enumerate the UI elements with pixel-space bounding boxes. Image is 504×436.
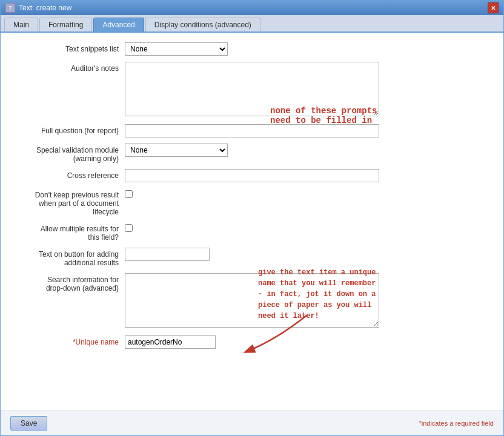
tab-display-conditions[interactable]: Display conditions (advanced) <box>145 18 260 31</box>
allow-multiple-row: Allow multiple results forthis field? <box>13 222 491 242</box>
search-info-label: Search information fordrop-down (advance… <box>13 273 125 292</box>
cross-reference-input[interactable] <box>125 169 379 182</box>
tab-advanced[interactable]: Advanced <box>93 18 144 31</box>
cross-reference-label: Cross reference <box>13 169 125 180</box>
text-on-button-label: Text on button for addingadditional resu… <box>13 248 125 267</box>
unique-name-row: *Unique name <box>13 335 491 349</box>
full-question-control: none of these promptsneed to be filled i… <box>125 124 491 137</box>
special-validation-select[interactable]: None <box>125 144 228 157</box>
allow-multiple-control <box>125 222 491 234</box>
text-on-button-control <box>125 248 491 261</box>
unique-name-input[interactable] <box>125 335 216 349</box>
unique-name-control <box>125 335 491 349</box>
text-snippets-label: Text snippets list <box>13 42 125 53</box>
save-button[interactable]: Save <box>10 416 47 431</box>
dont-keep-label: Don't keep previous resultwhen part of a… <box>13 188 125 216</box>
cross-reference-row: Cross reference <box>13 169 491 182</box>
search-info-row: Search information fordrop-down (advance… <box>13 273 491 329</box>
text-snippets-control: None <box>125 42 491 56</box>
unique-name-label: *Unique name <box>13 335 125 346</box>
text-snippets-select[interactable]: None <box>125 42 228 56</box>
window-title: Text: create new <box>19 4 71 12</box>
dont-keep-control <box>125 188 491 200</box>
form-content: Text snippets list None Auditor's notes … <box>1 33 503 411</box>
title-bar: T Text: create new ✕ <box>1 1 503 15</box>
search-info-control: give the text item a uniquename that you… <box>125 273 491 329</box>
text-on-button-input[interactable] <box>125 248 210 261</box>
text-on-button-row: Text on button for addingadditional resu… <box>13 248 491 267</box>
special-validation-row: Special validation module(warning only) … <box>13 144 491 163</box>
full-question-label: Full question (for report) <box>13 124 125 135</box>
auditors-notes-row: Auditor's notes <box>13 62 491 118</box>
unique-name-annotation: give the text item a uniquename that you… <box>258 267 376 322</box>
allow-multiple-checkbox[interactable] <box>125 224 133 232</box>
prompts-annotation: none of these promptsneed to be filled i… <box>270 106 377 125</box>
required-note: *indicates a required field <box>419 420 494 427</box>
full-question-input[interactable] <box>125 124 379 137</box>
special-validation-control: None <box>125 144 491 157</box>
full-question-row: Full question (for report) none of these… <box>13 124 491 137</box>
dont-keep-row: Don't keep previous resultwhen part of a… <box>13 188 491 216</box>
text-snippets-row: Text snippets list None <box>13 42 491 56</box>
tab-bar: Main Formatting Advanced Display conditi… <box>1 15 503 33</box>
auditors-notes-label: Auditor's notes <box>13 62 125 73</box>
close-button[interactable]: ✕ <box>488 2 499 13</box>
special-validation-label: Special validation module(warning only) <box>13 144 125 163</box>
main-window: T Text: create new ✕ Main Formatting Adv… <box>0 0 504 436</box>
cross-reference-control <box>125 169 491 182</box>
allow-multiple-label: Allow multiple results forthis field? <box>13 222 125 242</box>
window-icon: T <box>5 3 15 13</box>
footer: Save *indicates a required field <box>1 411 503 435</box>
tab-formatting[interactable]: Formatting <box>39 18 92 31</box>
dont-keep-checkbox[interactable] <box>125 190 133 198</box>
tab-main[interactable]: Main <box>4 18 38 31</box>
